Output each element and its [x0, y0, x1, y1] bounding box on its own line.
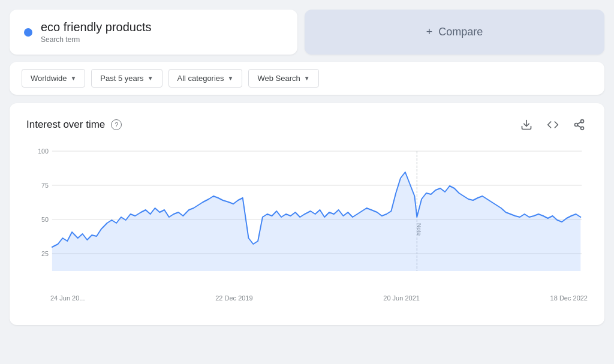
svg-text:25: 25 [41, 250, 49, 257]
category-filter-label: All categories [177, 74, 224, 83]
search-type-filter-arrow: ▼ [304, 75, 310, 82]
interest-over-time-card: Interest over time ? 100 75 50 25 [10, 103, 604, 325]
time-filter-arrow: ▼ [148, 75, 154, 82]
filters-bar: Worldwide ▼ Past 5 years ▼ All categorie… [10, 62, 604, 95]
x-axis-labels: 24 Jun 20... 22 Dec 2019 20 Jun 2021 18 … [26, 291, 588, 302]
location-filter-arrow: ▼ [70, 75, 76, 82]
share-button[interactable] [571, 116, 588, 133]
svg-marker-16 [52, 172, 580, 271]
svg-line-5 [577, 122, 581, 124]
help-icon[interactable]: ? [111, 119, 122, 130]
chart-title-row: Interest over time ? [26, 119, 122, 131]
location-filter[interactable]: Worldwide ▼ [22, 69, 85, 88]
x-label-3: 18 Dec 2022 [550, 294, 588, 302]
interest-chart: 100 75 50 25 Note [26, 145, 588, 289]
category-filter-arrow: ▼ [228, 75, 234, 82]
search-term-title: eco friendly products [41, 20, 152, 34]
time-filter-label: Past 5 years [100, 74, 143, 83]
x-label-0: 24 Jun 20... [50, 294, 85, 302]
chart-actions [518, 116, 588, 133]
compare-label: Compare [438, 26, 483, 38]
time-filter[interactable]: Past 5 years ▼ [91, 69, 162, 88]
x-label-2: 20 Jun 2021 [383, 294, 420, 302]
chart-title: Interest over time [26, 119, 105, 131]
search-term-card: eco friendly products Search term [10, 10, 297, 55]
chart-header: Interest over time ? [26, 116, 588, 133]
compare-plus-icon: + [426, 26, 433, 38]
embed-button[interactable] [544, 116, 561, 133]
search-term-subtitle: Search term [41, 35, 152, 44]
search-type-filter[interactable]: Web Search ▼ [248, 69, 318, 88]
category-filter[interactable]: All categories ▼ [168, 69, 243, 88]
search-term-info: eco friendly products Search term [41, 20, 152, 44]
search-dot-indicator [24, 28, 32, 37]
compare-card[interactable]: + Compare [305, 10, 604, 55]
svg-text:100: 100 [38, 148, 49, 155]
download-button[interactable] [518, 116, 535, 133]
svg-text:50: 50 [41, 216, 49, 223]
chart-area: 100 75 50 25 Note 24 Jun 20... 22 Dec 20… [26, 145, 588, 313]
svg-line-4 [577, 125, 581, 127]
x-label-1: 22 Dec 2019 [215, 294, 252, 302]
svg-text:75: 75 [41, 182, 49, 189]
search-type-filter-label: Web Search [257, 74, 300, 83]
location-filter-label: Worldwide [31, 74, 67, 83]
